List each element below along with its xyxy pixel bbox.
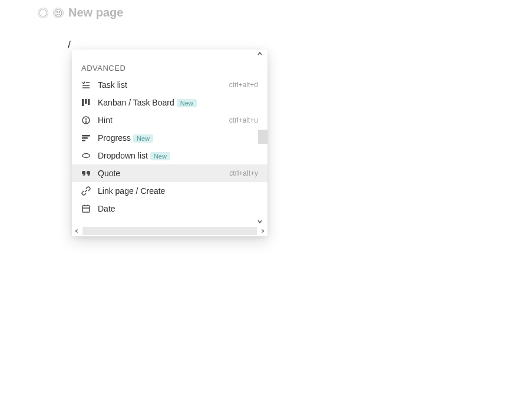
dropdown-icon	[81, 151, 91, 160]
svg-rect-15	[82, 140, 85, 141]
horizontal-scrollbar-area	[72, 226, 267, 236]
menu-item-label: Date	[98, 204, 258, 213]
menu-item-label: Kanban / Task BoardNew	[98, 98, 258, 107]
menu-item-dropdown[interactable]: Dropdown listNew	[72, 147, 267, 164]
progress-icon	[81, 133, 91, 143]
svg-point-3	[59, 11, 60, 12]
kanban-icon	[81, 98, 91, 107]
svg-point-0	[39, 9, 47, 17]
menu-item-link[interactable]: Link page / Create	[72, 182, 267, 200]
scroll-left-button[interactable]	[72, 226, 81, 236]
menu-section-header: ADVANCED	[72, 58, 267, 76]
scroll-right-button[interactable]	[258, 226, 267, 236]
page-header: New page	[38, 6, 123, 19]
svg-rect-14	[82, 137, 88, 139]
new-badge: New	[177, 99, 197, 107]
svg-point-2	[57, 11, 58, 12]
page-icon-placeholder[interactable]	[38, 8, 48, 18]
task-list-icon	[81, 80, 91, 90]
menu-item-progress[interactable]: ProgressNew	[72, 129, 267, 147]
link-icon	[81, 186, 91, 196]
menu-item-label: Link page / Create	[98, 186, 258, 196]
menu-item-shortcut: ctrl+alt+u	[229, 116, 258, 124]
scroll-down-button[interactable]	[72, 217, 267, 226]
menu-item-kanban[interactable]: Kanban / Task BoardNew	[72, 94, 267, 111]
date-icon	[81, 204, 91, 213]
menu-item-shortcut: ctrl+alt+y	[229, 169, 258, 177]
menu-item-task-list[interactable]: Task listctrl+alt+d	[72, 76, 267, 94]
menu-item-quote[interactable]: Quotectrl+alt+y	[72, 164, 267, 182]
svg-point-16	[82, 154, 90, 158]
scroll-up-button[interactable]	[72, 50, 267, 58]
menu-item-hint[interactable]: Hintctrl+alt+u	[72, 111, 267, 129]
slash-command-input[interactable]: /	[68, 39, 71, 51]
new-badge: New	[150, 152, 170, 160]
svg-point-1	[55, 9, 62, 17]
svg-rect-17	[82, 206, 90, 212]
vertical-scrollbar[interactable]	[258, 130, 267, 144]
block-type-menu: ADVANCED Task listctrl+alt+dKanban / Tas…	[72, 50, 267, 236]
menu-item-date[interactable]: Date	[72, 200, 267, 217]
page-title[interactable]: New page	[68, 6, 123, 19]
new-badge: New	[133, 134, 153, 143]
hint-icon	[81, 116, 91, 125]
emoji-picker-icon[interactable]	[53, 8, 64, 18]
menu-item-shortcut: ctrl+alt+d	[229, 81, 258, 89]
horizontal-scrollbar[interactable]	[82, 227, 257, 235]
menu-item-label: Task list	[98, 80, 222, 90]
menu-item-label: Hint	[98, 116, 222, 125]
menu-item-label: Quote	[98, 169, 222, 178]
svg-rect-8	[85, 99, 87, 104]
svg-rect-9	[88, 99, 90, 105]
svg-rect-13	[82, 135, 90, 137]
menu-item-label: Dropdown listNew	[98, 151, 258, 160]
svg-rect-7	[82, 99, 84, 106]
quote-icon	[81, 169, 91, 178]
svg-point-12	[85, 121, 87, 123]
menu-item-label: ProgressNew	[98, 133, 258, 143]
